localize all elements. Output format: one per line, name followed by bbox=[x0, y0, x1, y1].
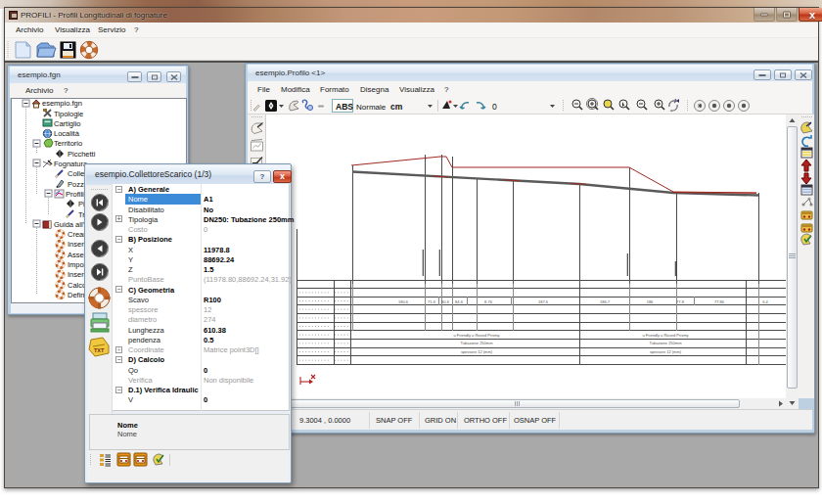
svg-text:186: 186 bbox=[647, 299, 654, 304]
svg-text:u Friendly u Round Prismy: u Friendly u Round Prismy bbox=[453, 333, 499, 338]
svg-text:77.8: 77.8 bbox=[676, 299, 685, 304]
svg-text:6.4: 6.4 bbox=[762, 299, 768, 304]
svg-text:spessore 12 (mm): spessore 12 (mm) bbox=[650, 349, 682, 354]
svg-text:187.6: 187.6 bbox=[538, 299, 549, 304]
svg-text:Tubazione 250mm: Tubazione 250mm bbox=[461, 341, 494, 345]
svg-text:Località: Località bbox=[54, 129, 80, 138]
svg-text:Profili: Profili bbox=[66, 190, 84, 199]
svg-text:84.6: 84.6 bbox=[455, 299, 464, 304]
svg-text:ABS: ABS bbox=[336, 102, 353, 112]
svg-text:Cartiglio: Cartiglio bbox=[54, 119, 81, 128]
svg-text:80.6: 80.6 bbox=[441, 299, 450, 304]
svg-text:Fognatura: Fognatura bbox=[54, 160, 88, 168]
svg-text:8.76: 8.76 bbox=[484, 299, 493, 304]
svg-text:Normale: Normale bbox=[356, 103, 387, 112]
svg-text:Tipologie: Tipologie bbox=[54, 110, 83, 118]
svg-text:77.86: 77.86 bbox=[714, 299, 725, 304]
svg-text:Picchetti: Picchetti bbox=[68, 150, 96, 159]
svg-text:cm: cm bbox=[390, 102, 403, 112]
svg-text:esempio.fgn: esempio.fgn bbox=[42, 99, 82, 108]
svg-text:u Friendly u Round Prismy: u Friendly u Round Prismy bbox=[642, 333, 688, 338]
svg-text:Tubazione 250mm: Tubazione 250mm bbox=[650, 341, 683, 345]
svg-text:0: 0 bbox=[492, 102, 497, 112]
svg-text:180.6: 180.6 bbox=[398, 299, 409, 304]
svg-text:Territorio: Territorio bbox=[54, 139, 82, 148]
svg-text:spessore 12 (mm): spessore 12 (mm) bbox=[461, 349, 493, 354]
svg-text:186.7: 186.7 bbox=[600, 299, 611, 304]
svg-text:71.6: 71.6 bbox=[428, 299, 436, 304]
svg-text:TXT: TXT bbox=[94, 347, 105, 353]
